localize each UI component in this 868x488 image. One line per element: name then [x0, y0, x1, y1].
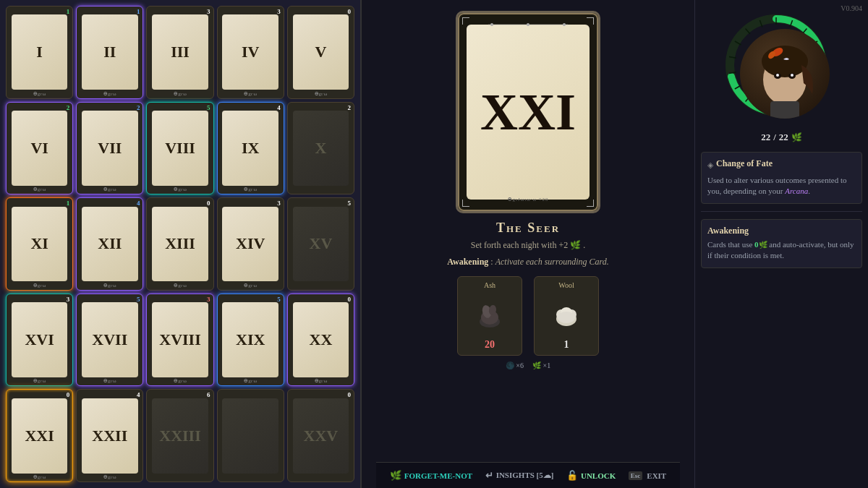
- card-badge: 4: [137, 391, 140, 398]
- card-XVI[interactable]: 3 XVI ϴgι·ω: [6, 294, 73, 387]
- card-VII[interactable]: 2 VII ϴgι·ω: [76, 102, 143, 195]
- stamina-display: 22 / 22 🌿: [701, 132, 862, 143]
- card-XII[interactable]: 4 XII ϴgι·ω: [76, 197, 143, 291]
- svg-point-1: [490, 23, 493, 26]
- featured-card: XXI ϴgιJωιω·ω ¤20: [456, 11, 600, 213]
- card-XXII[interactable]: 4 XXII ϴgι·ω: [76, 389, 143, 482]
- card-badge: 0: [207, 200, 210, 207]
- unlock-label: UNLOCK: [581, 471, 616, 480]
- ingredient-ash: Ash 20: [457, 276, 522, 356]
- forget-icon: 🌿: [390, 470, 401, 481]
- card-XXIV[interactable]: [217, 389, 284, 482]
- ingredient-wool-name: Wool: [558, 281, 574, 289]
- card-badge: 1: [67, 8, 70, 15]
- card-XXIII[interactable]: 6 XXIII: [146, 389, 213, 482]
- card-XI[interactable]: 1 XI ϴgι·ω: [6, 197, 73, 291]
- card-row-5: 0 XXI ϴgι·ω 4 XXII ϴgι·ω 6 XXIII 0 XXV: [6, 389, 354, 482]
- unlock-button[interactable]: 🔓 UNLOCK: [561, 468, 621, 484]
- card-awakening: Awakening : Activate each surrounding Ca…: [447, 257, 609, 267]
- unlock-icon: 🔓: [566, 470, 578, 481]
- card-V[interactable]: 0 V ϴgι·ω: [287, 6, 354, 99]
- exit-label: EXIT: [647, 471, 666, 480]
- bottom-bar: 🌿 FORGET-ME-NOT ↵ INSIGHTS [5☁] 🔓 UNLOCK…: [376, 462, 680, 488]
- stamina-current: 22: [761, 132, 770, 143]
- stamina-max: 22: [779, 132, 788, 143]
- card-badge: 5: [207, 104, 210, 111]
- card-VI[interactable]: 2 VI ϴgι·ω: [6, 102, 73, 195]
- card-VIII[interactable]: 5 VIII ϴgι·ω: [146, 102, 213, 195]
- card-III[interactable]: 3 III ϴgι·ω: [146, 6, 213, 99]
- card-badge: 4: [277, 104, 281, 111]
- card-badge: 3: [67, 296, 70, 303]
- awakening-text: Cards that use 0🌿 and auto-activate, but…: [707, 239, 856, 262]
- fate-icon: ◈: [707, 160, 713, 170]
- ingredient-wool: Wool 1: [534, 276, 599, 356]
- card-XIII[interactable]: 0 XIII ϴgι·ω: [146, 197, 213, 291]
- card-badge: 5: [348, 200, 352, 207]
- card-XX[interactable]: 0 XX ϴgι·ω: [287, 294, 354, 387]
- svg-rect-41: [770, 101, 799, 119]
- ingredient-row: Ash 20 Wool: [457, 276, 599, 356]
- card-badge: 3: [277, 8, 281, 15]
- version-badge: V0.904: [841, 4, 862, 12]
- card-IX[interactable]: 4 IX ϴgι·ω: [217, 102, 284, 195]
- card-badge: 3: [277, 200, 281, 207]
- change-of-fate-text: Used to alter various outcomes presented…: [707, 175, 856, 197]
- card-badge: 6: [207, 391, 210, 398]
- card-badge: 0: [348, 8, 352, 15]
- divider: [701, 211, 862, 212]
- game-container: 1 I ϴgι·ω 1 II ϴgι·ω 3 III ϴgι·ω 3 IV ϴg…: [0, 0, 868, 488]
- svg-point-39: [776, 74, 779, 77]
- card-XXV[interactable]: 0 XXV: [287, 389, 354, 482]
- card-badge: 3: [207, 296, 210, 303]
- awakening-box: Awakening Cards that use 0🌿 and auto-act…: [701, 219, 862, 268]
- card-II[interactable]: 1 II ϴgι·ω: [76, 6, 143, 99]
- ingredient-ash-name: Ash: [484, 281, 495, 289]
- card-X[interactable]: 2 X: [287, 102, 354, 195]
- card-badge: 3: [207, 8, 210, 15]
- card-XIX[interactable]: 5 XIX ϴgι·ω: [217, 294, 284, 387]
- awakening-title: Awakening: [707, 226, 856, 236]
- svg-point-40: [791, 74, 793, 77]
- change-of-fate-title: Change of Fate: [716, 158, 773, 169]
- card-XV[interactable]: 5 XV: [287, 197, 354, 291]
- card-badge: 2: [348, 104, 352, 111]
- forget-me-not-button[interactable]: 🌿 FORGET-ME-NOT: [384, 468, 478, 484]
- card-I[interactable]: 1 I ϴgι·ω: [6, 6, 73, 99]
- card-sub-text: ϴgιJωιω·ω ¤20: [508, 197, 549, 202]
- right-panel: V0.904: [694, 0, 868, 488]
- center-panel: XXI ϴgιJωιω·ω ¤20 The Seer Set forth eac…: [362, 0, 694, 488]
- card-row-2: 2 VI ϴgι·ω 2 VII ϴgι·ω 5 VIII ϴgι·ω 4 IX…: [6, 102, 354, 195]
- card-badge: 5: [137, 296, 140, 303]
- card-description: Set forth each night with +2 🌿 .: [471, 240, 585, 251]
- card-badge: 0: [67, 391, 70, 398]
- card-row-3: 1 XI ϴgι·ω 4 XII ϴgι·ω 0 XIII ϴgι·ω 3 XI…: [6, 197, 354, 291]
- card-badge: 1: [137, 8, 140, 15]
- svg-point-3: [563, 23, 566, 26]
- resource-wool: 🌿 ×1: [532, 361, 550, 369]
- card-badge: 2: [137, 104, 140, 111]
- wool-icon: [552, 301, 581, 336]
- card-XVIII[interactable]: 3 XVIII ϴgι·ω: [146, 294, 213, 387]
- card-badge: 0: [348, 296, 352, 303]
- card-XIV[interactable]: 3 XIV ϴgι·ω: [217, 197, 284, 291]
- ash-icon: [475, 301, 504, 336]
- card-XVII[interactable]: 5 XVII ϴgι·ω: [76, 294, 143, 387]
- resource-row: 🌑 ×6 🌿 ×1: [506, 361, 550, 369]
- card-XXI[interactable]: 0 XXI ϴgι·ω: [6, 389, 73, 482]
- insights-button[interactable]: ↵ INSIGHTS [5☁]: [480, 468, 560, 484]
- exit-button[interactable]: Esc EXIT: [623, 469, 672, 482]
- avatar: [740, 29, 830, 119]
- svg-point-34: [762, 46, 808, 77]
- stamina-icon: 🌿: [791, 132, 802, 143]
- svg-point-2: [527, 23, 529, 26]
- card-badge: 0: [348, 391, 352, 398]
- ingredient-wool-count: 1: [564, 339, 569, 351]
- featured-card-inner: XXI ϴgιJωιω·ω ¤20: [467, 25, 590, 199]
- card-grid-panel: 1 I ϴgι·ω 1 II ϴgι·ω 3 III ϴgι·ω 3 IV ϴg…: [0, 0, 362, 488]
- card-IV[interactable]: 3 IV ϴgι·ω: [217, 6, 284, 99]
- ingredient-ash-count: 20: [485, 339, 495, 351]
- featured-numeral: XXI: [480, 86, 576, 138]
- card-row-1: 1 I ϴgι·ω 1 II ϴgι·ω 3 III ϴgι·ω 3 IV ϴg…: [6, 6, 354, 99]
- card-badge: 4: [137, 200, 140, 207]
